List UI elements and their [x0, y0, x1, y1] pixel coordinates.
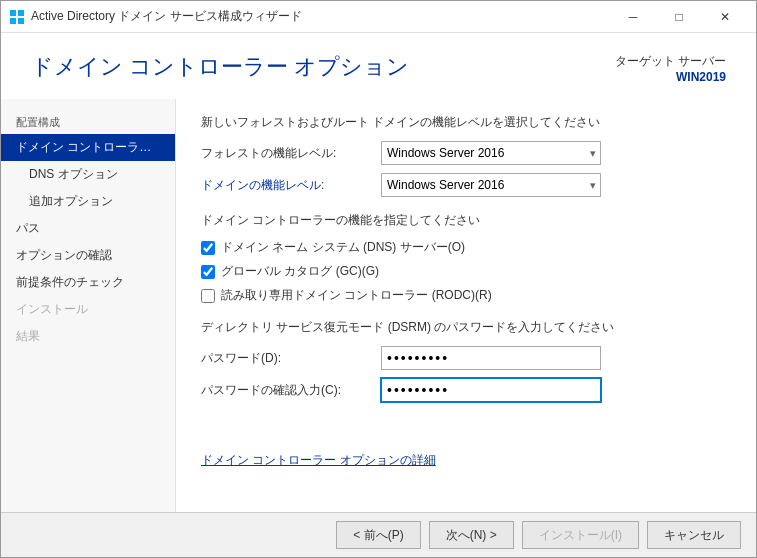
content-panel: 新しいフォレストおよびルート ドメインの機能レベルを選択してください フォレスト… — [176, 99, 756, 512]
password-confirm-input[interactable] — [381, 378, 601, 402]
header: ドメイン コントローラー オプション ターゲット サーバー WIN2019 — [1, 33, 756, 99]
back-button[interactable]: < 前へ(P) — [336, 521, 420, 549]
sidebar: 配置構成 ドメイン コントローラー オプ... DNS オプション 追加オプショ… — [1, 99, 176, 512]
minimize-button[interactable]: ─ — [610, 1, 656, 33]
help-link[interactable]: ドメイン コントローラー オプションの詳細 — [201, 452, 436, 469]
sidebar-item-additional-options[interactable]: 追加オプション — [1, 188, 175, 215]
main-layout: 配置構成 ドメイン コントローラー オプ... DNS オプション 追加オプショ… — [1, 99, 756, 512]
page-title: ドメイン コントローラー オプション — [31, 53, 409, 82]
rodc-checkbox[interactable] — [201, 289, 215, 303]
main-window: Active Directory ドメイン サービス構成ウィザード ─ □ ✕ … — [0, 0, 757, 558]
forest-func-level-dropdown[interactable]: Windows Server 2016 Windows Server 2012 … — [381, 141, 601, 165]
domain-func-level-dropdown-wrapper: Windows Server 2016 Windows Server 2012 … — [381, 173, 601, 197]
install-button[interactable]: インストール(I) — [522, 521, 639, 549]
gc-checkbox[interactable] — [201, 265, 215, 279]
gc-checkbox-row: グローバル カタログ (GC)(G) — [201, 263, 731, 280]
domain-func-level-row: ドメインの機能レベル: Windows Server 2016 Windows … — [201, 173, 731, 197]
password-section-title: ディレクトリ サービス復元モード (DSRM) のパスワードを入力してください — [201, 319, 731, 336]
dns-checkbox[interactable] — [201, 241, 215, 255]
sidebar-item-results: 結果 — [1, 323, 175, 350]
rodc-checkbox-label: 読み取り専用ドメイン コントローラー (RODC)(R) — [221, 287, 492, 304]
sidebar-section-label: 配置構成 — [1, 109, 175, 134]
title-bar: Active Directory ドメイン サービス構成ウィザード ─ □ ✕ — [1, 1, 756, 33]
app-icon — [9, 9, 25, 25]
sidebar-item-dns-options[interactable]: DNS オプション — [1, 161, 175, 188]
forest-func-section-title: 新しいフォレストおよびルート ドメインの機能レベルを選択してください — [201, 114, 731, 131]
password-row: パスワード(D): — [201, 346, 731, 370]
window-controls: ─ □ ✕ — [610, 1, 748, 33]
gc-checkbox-label: グローバル カタログ (GC)(G) — [221, 263, 379, 280]
forest-func-level-label: フォレストの機能レベル: — [201, 145, 381, 162]
sidebar-item-install: インストール — [1, 296, 175, 323]
rodc-checkbox-row: 読み取り専用ドメイン コントローラー (RODC)(R) — [201, 287, 731, 304]
maximize-button[interactable]: □ — [656, 1, 702, 33]
target-server-name: WIN2019 — [615, 70, 726, 84]
footer: < 前へ(P) 次へ(N) > インストール(I) キャンセル — [1, 512, 756, 557]
svg-rect-1 — [18, 10, 24, 16]
forest-func-level-dropdown-wrapper: Windows Server 2016 Windows Server 2012 … — [381, 141, 601, 165]
forest-func-level-row: フォレストの機能レベル: Windows Server 2016 Windows… — [201, 141, 731, 165]
password-label: パスワード(D): — [201, 350, 381, 367]
dc-features-section-title: ドメイン コントローラーの機能を指定してください — [201, 212, 731, 229]
close-button[interactable]: ✕ — [702, 1, 748, 33]
dns-checkbox-row: ドメイン ネーム システム (DNS) サーバー(O) — [201, 239, 731, 256]
window-title: Active Directory ドメイン サービス構成ウィザード — [31, 8, 610, 25]
password-confirm-label: パスワードの確認入力(C): — [201, 382, 381, 399]
svg-rect-0 — [10, 10, 16, 16]
domain-func-level-label: ドメインの機能レベル: — [201, 177, 381, 194]
password-input[interactable] — [381, 346, 601, 370]
cancel-button[interactable]: キャンセル — [647, 521, 741, 549]
dns-checkbox-label: ドメイン ネーム システム (DNS) サーバー(O) — [221, 239, 465, 256]
sidebar-item-dc-options[interactable]: ドメイン コントローラー オプ... — [1, 134, 175, 161]
domain-func-level-dropdown[interactable]: Windows Server 2016 Windows Server 2012 … — [381, 173, 601, 197]
sidebar-item-prereq-check[interactable]: 前提条件のチェック — [1, 269, 175, 296]
svg-rect-3 — [18, 18, 24, 24]
target-server-label: ターゲット サーバー — [615, 53, 726, 70]
sidebar-item-review-options[interactable]: オプションの確認 — [1, 242, 175, 269]
sidebar-item-paths[interactable]: パス — [1, 215, 175, 242]
svg-rect-2 — [10, 18, 16, 24]
password-confirm-row: パスワードの確認入力(C): — [201, 378, 731, 402]
target-server-info: ターゲット サーバー WIN2019 — [615, 53, 726, 84]
next-button[interactable]: 次へ(N) > — [429, 521, 514, 549]
